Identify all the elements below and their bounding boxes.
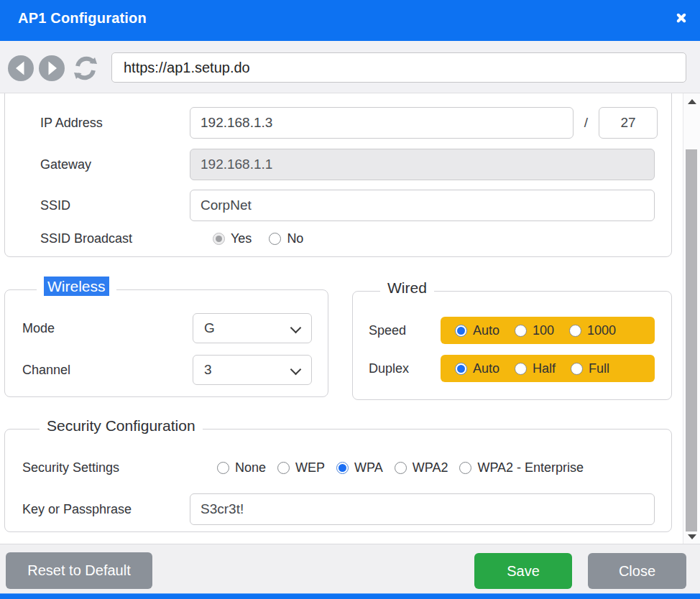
close-button[interactable]: Close <box>588 553 686 589</box>
security-section: Security Configuration Security Settings… <box>4 429 672 532</box>
radio-speed-1000[interactable] <box>569 325 581 337</box>
mode-label: Mode <box>22 321 193 336</box>
channel-select-value: 3 <box>204 362 212 377</box>
wireless-legend: Wireless <box>37 278 116 295</box>
gateway-input <box>190 149 655 180</box>
scroll-down-icon[interactable] <box>688 534 696 539</box>
reset-to-default-button[interactable]: Reset to Default <box>6 552 152 589</box>
channel-select[interactable]: 3 <box>193 355 312 385</box>
key-passphrase-label: Key or Passphrase <box>22 502 190 517</box>
radio-speed-100[interactable] <box>515 325 527 337</box>
forward-arrow-icon <box>38 55 65 82</box>
radio-security-wpa2-enterprise-label: WPA2 - Enterprise <box>477 460 584 475</box>
scrollbar-thumb[interactable] <box>686 149 697 531</box>
scroll-up-icon[interactable] <box>688 99 696 104</box>
ssid-broadcast-label: SSID Broadcast <box>40 231 190 246</box>
back-arrow-icon <box>7 55 34 82</box>
radio-ssid-broadcast-no-label: No <box>287 231 303 246</box>
forward-button[interactable] <box>38 55 65 82</box>
window-title: AP1 Configuration <box>18 0 147 41</box>
mode-select-value: G <box>204 320 215 335</box>
ssid-label: SSID <box>40 198 190 213</box>
radio-duplex-auto[interactable] <box>455 363 467 375</box>
duplex-radio-band: Auto Half Full <box>441 355 655 382</box>
radio-duplex-half[interactable] <box>515 363 527 375</box>
channel-label: Channel <box>22 363 193 378</box>
prefix-separator: / <box>574 115 599 131</box>
refresh-button[interactable] <box>71 54 100 83</box>
save-button[interactable]: Save <box>474 553 572 589</box>
refresh-icon <box>71 54 100 83</box>
radio-security-wpa2-enterprise[interactable] <box>459 462 471 474</box>
back-button[interactable] <box>7 55 34 82</box>
radio-speed-auto-label: Auto <box>473 323 499 338</box>
duplex-label: Duplex <box>369 361 441 376</box>
radio-speed-auto[interactable] <box>455 325 467 337</box>
radio-duplex-half-label: Half <box>533 361 556 376</box>
network-settings-panel: IP Address / Gateway SSID SSID Broadcast… <box>4 93 672 257</box>
radio-ssid-broadcast-yes-label: Yes <box>231 231 252 246</box>
wireless-section: Wireless Mode G Channel 3 <box>4 289 328 397</box>
speed-radio-band: Auto 100 1000 <box>441 317 655 344</box>
prefix-length-input[interactable] <box>599 107 658 139</box>
radio-security-none[interactable] <box>217 462 229 474</box>
ssid-input[interactable] <box>190 190 655 221</box>
ip-address-input[interactable] <box>190 107 574 139</box>
radio-duplex-full-label: Full <box>589 361 609 376</box>
key-passphrase-input[interactable] <box>190 493 655 525</box>
radio-ssid-broadcast-yes[interactable] <box>213 233 225 245</box>
radio-security-wpa-label: WPA <box>354 460 383 475</box>
radio-ssid-broadcast-no[interactable] <box>269 233 281 245</box>
radio-security-wpa2[interactable] <box>395 462 407 474</box>
window-titlebar: AP1 Configuration <box>0 0 700 41</box>
wired-section: Wired Speed Auto 100 1000 Duplex <box>352 291 672 400</box>
vertical-scrollbar[interactable] <box>683 93 700 544</box>
wireless-legend-text: Wireless <box>44 277 109 296</box>
security-settings-label: Security Settings <box>22 460 206 475</box>
radio-duplex-full[interactable] <box>571 363 583 375</box>
radio-security-none-label: None <box>235 460 266 475</box>
mode-select[interactable]: G <box>193 313 312 343</box>
radio-speed-1000-label: 1000 <box>587 323 616 338</box>
security-legend: Security Configuration <box>40 417 203 435</box>
radio-speed-100-label: 100 <box>533 323 554 338</box>
gateway-label: Gateway <box>40 157 190 172</box>
radio-security-wep[interactable] <box>277 462 290 474</box>
speed-label: Speed <box>369 323 441 338</box>
url-input[interactable] <box>111 52 686 83</box>
wired-legend: Wired <box>380 279 434 297</box>
radio-security-wpa[interactable] <box>336 462 349 474</box>
settings-page: IP Address / Gateway SSID SSID Broadcast… <box>0 93 700 544</box>
close-icon[interactable] <box>674 11 687 24</box>
radio-security-wep-label: WEP <box>295 460 325 475</box>
radio-duplex-auto-label: Auto <box>473 361 499 376</box>
ip-address-label: IP Address <box>40 116 190 131</box>
radio-security-wpa2-label: WPA2 <box>413 460 448 475</box>
browser-navbar <box>0 41 700 93</box>
footer-bar: Reset to Default Save Close <box>0 544 700 593</box>
window-bottom-edge <box>0 593 700 599</box>
